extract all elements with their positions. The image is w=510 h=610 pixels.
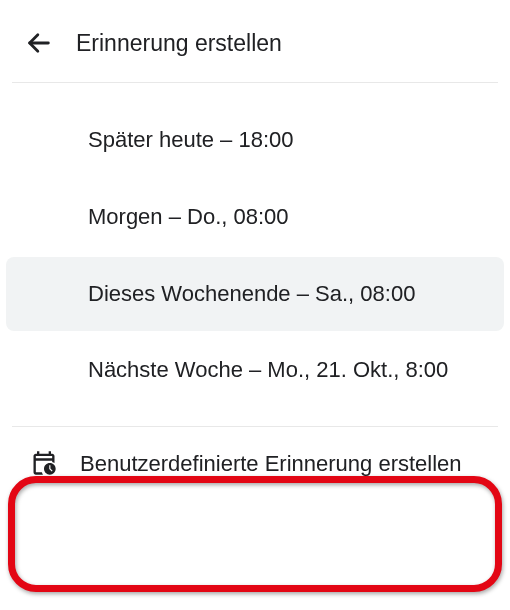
option-next-week[interactable]: Nächste Woche – Mo., 21. Okt., 8:00 bbox=[6, 333, 504, 408]
arrow-left-icon bbox=[25, 29, 53, 57]
back-button[interactable] bbox=[24, 28, 54, 58]
reminder-options: Später heute – 18:00 Morgen – Do., 08:00… bbox=[0, 83, 510, 408]
option-tomorrow[interactable]: Morgen – Do., 08:00 bbox=[6, 180, 504, 255]
option-later-today[interactable]: Später heute – 18:00 bbox=[6, 103, 504, 178]
custom-reminder-button[interactable]: Benutzerdefinierte Erinnerung erstellen bbox=[0, 427, 510, 500]
option-this-weekend[interactable]: Dieses Wochenende – Sa., 08:00 bbox=[6, 257, 504, 332]
custom-reminder-label: Benutzerdefinierte Erinnerung erstellen bbox=[80, 447, 462, 480]
header: Erinnerung erstellen bbox=[0, 0, 510, 82]
page-title: Erinnerung erstellen bbox=[76, 30, 282, 57]
calendar-clock-icon bbox=[30, 449, 58, 477]
